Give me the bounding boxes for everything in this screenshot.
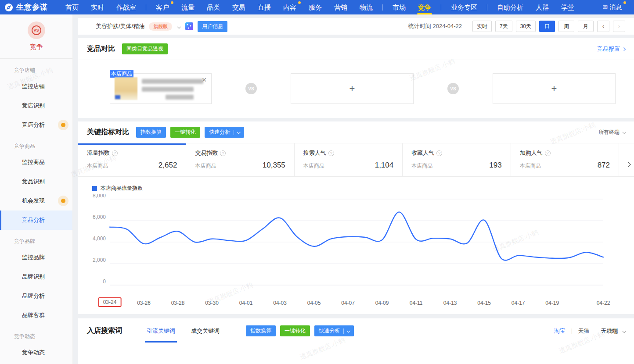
nav-item-label: 自助分析 — [497, 4, 523, 11]
chart-legend: 本店商品流量指数 — [78, 177, 634, 194]
terminal-dropdown[interactable]: 无线端 — [601, 327, 625, 335]
metric-card[interactable]: 流量指数?本店商品2,652 — [78, 143, 186, 176]
nav-item[interactable]: 内容 — [277, 0, 303, 14]
range-button[interactable]: 周 — [558, 21, 574, 32]
nav-item[interactable]: 作战室 — [110, 0, 142, 14]
compare-panel: 竞品对比 同类目竞品透视 竞品配置 本店商品 ✕ — [78, 38, 634, 118]
tab-transaction-keywords[interactable]: 成交关键词 — [191, 327, 220, 335]
info-icon[interactable]: ? — [220, 150, 226, 156]
quick-analysis-button[interactable]: 快速分析 — [205, 127, 244, 138]
plus-icon: + — [551, 83, 557, 94]
platform-taobao-link[interactable]: 淘宝 — [554, 327, 566, 335]
notification-dot — [171, 1, 173, 4]
metric-card[interactable]: 搜索人气?本店商品1,104 — [295, 143, 403, 176]
sidebar-item[interactable]: 监控店铺 — [0, 77, 72, 96]
prev-date-button[interactable]: ‹ — [597, 21, 609, 32]
xtick-label: 03-26 — [137, 300, 151, 306]
nav-item-label: 竞争 — [418, 4, 431, 11]
sidebar-item[interactable]: 监控商品 — [0, 153, 72, 172]
user-info-button[interactable]: 用户信息 — [198, 21, 227, 32]
range-button[interactable]: 30天 — [516, 21, 536, 32]
info-icon[interactable]: ? — [112, 150, 118, 156]
nav-item[interactable]: 品类 — [201, 0, 226, 14]
nav-item[interactable]: 自助分析 — [491, 0, 530, 14]
traffic-index-line-chart[interactable]: 02,0004,0006,0008,000 — [90, 194, 619, 296]
metric-value: 872 — [598, 161, 610, 170]
sidebar-item[interactable]: 品牌分析 — [0, 286, 72, 306]
nav-item[interactable]: 服务 — [303, 0, 328, 14]
metric-value: 2,652 — [158, 161, 177, 170]
next-date-button[interactable]: › — [613, 21, 625, 32]
sidebar-item-label: 竞品分析 — [22, 217, 45, 223]
sidebar-item[interactable]: 监控品牌 — [0, 248, 72, 267]
quick-analysis-label: 快速分析 — [319, 327, 340, 335]
metrics-title: 关键指标对比 — [87, 128, 129, 137]
chevron-down-icon[interactable] — [177, 22, 180, 30]
terminal-label: 无线端 — [601, 328, 618, 334]
add-competitor-card[interactable]: + — [493, 73, 616, 104]
xtick-label: 04-22 — [597, 300, 610, 306]
sidebar-item[interactable]: 竞品分析 — [0, 211, 72, 230]
nav-item[interactable]: 流量 — [175, 0, 201, 14]
add-competitor-card[interactable]: + — [291, 73, 414, 104]
nav-item[interactable]: 业务专区 — [445, 0, 483, 14]
nav-item[interactable]: 市场 — [386, 0, 412, 14]
nav-item-label: 首页 — [65, 4, 79, 11]
range-button[interactable]: 7天 — [495, 21, 512, 32]
info-icon[interactable]: ? — [436, 150, 442, 156]
nav-item[interactable]: 营销 — [328, 0, 353, 14]
nav-item[interactable]: 交易 — [226, 0, 252, 14]
nav-item[interactable]: ✉消息 — [596, 0, 628, 14]
range-button[interactable]: 月 — [578, 21, 594, 32]
sidebar-item[interactable]: 品牌识别 — [0, 267, 72, 286]
mini-app-icon[interactable] — [185, 22, 193, 30]
index-convert-button[interactable]: 指数换算 — [246, 325, 276, 336]
metric-value-row: 本店商品193 — [411, 161, 501, 170]
info-icon[interactable]: ? — [328, 150, 334, 156]
nav-item[interactable]: 实时 — [85, 0, 110, 14]
platform-tmall-link[interactable]: 天猫 — [578, 327, 589, 335]
metrics-scroll-right-icon[interactable] — [627, 160, 630, 168]
nav-item[interactable]: 学堂 — [555, 0, 580, 14]
info-icon[interactable]: ? — [545, 150, 551, 156]
nav-item[interactable]: 物流 — [353, 0, 379, 14]
sidebar-item-label: 品牌分析 — [22, 293, 45, 299]
range-button[interactable]: 日 — [539, 21, 555, 32]
sidebar-item[interactable]: 竞店识别 — [0, 96, 72, 115]
metric-card[interactable]: 收藏人气?本店商品193 — [403, 143, 511, 176]
chart-wrap: 02,0004,0006,0008,000 — [78, 194, 634, 296]
metric-name: 交易指数 — [195, 149, 218, 157]
metric-value: 1,104 — [375, 161, 394, 170]
close-icon[interactable]: ✕ — [202, 77, 207, 83]
category-perspective-button[interactable]: 同类目竞品透视 — [122, 43, 168, 54]
own-product-card[interactable]: 本店商品 ✕ — [110, 73, 212, 104]
sidebar-item[interactable]: 竞店分析 — [0, 115, 72, 135]
nav-item[interactable]: 竞争 — [412, 0, 437, 14]
metric-title-row: 交易指数? — [195, 149, 285, 157]
terminal-filter-dropdown[interactable]: 所有终端 — [598, 128, 625, 136]
competitor-config-link[interactable]: 竞品配置 — [597, 45, 625, 53]
sidebar-item[interactable]: 竞争动态 — [0, 343, 72, 362]
sidebar-item[interactable]: 品牌客群 — [0, 306, 72, 325]
metric-card[interactable]: 交易指数?本店商品10,355 — [186, 143, 294, 176]
product-thumbnail — [115, 77, 137, 100]
one-key-convert-button[interactable]: 一键转化 — [280, 325, 310, 336]
sidebar-item[interactable]: 机会发现 — [0, 191, 72, 211]
sidebar-item[interactable]: 竞品识别 — [0, 172, 72, 191]
category-selector[interactable]: 美容护肤/美体/精油 — [96, 22, 144, 30]
brand[interactable]: 生意参谋 — [4, 2, 48, 12]
metric-card[interactable]: 加购人气?本店商品872 — [511, 143, 619, 176]
nav-item[interactable]: 人群 — [530, 0, 555, 14]
nav-item-label: 交易 — [232, 4, 245, 11]
metric-name: 搜索人气 — [303, 149, 326, 157]
range-button[interactable]: 实时 — [472, 21, 492, 32]
nav-item[interactable]: 直播 — [252, 0, 277, 14]
index-convert-button[interactable]: 指数换算 — [136, 127, 166, 138]
nav-item[interactable]: 客户 — [150, 0, 175, 14]
nav-item[interactable]: 首页 — [59, 0, 85, 14]
sidebar-item-label: 竞店分析 — [22, 121, 45, 128]
tab-traffic-keywords[interactable]: 引流关键词 — [147, 327, 175, 335]
chevron-down-icon — [346, 329, 350, 332]
one-key-convert-button[interactable]: 一键转化 — [170, 127, 200, 138]
quick-analysis-button[interactable]: 快速分析 — [314, 325, 354, 336]
